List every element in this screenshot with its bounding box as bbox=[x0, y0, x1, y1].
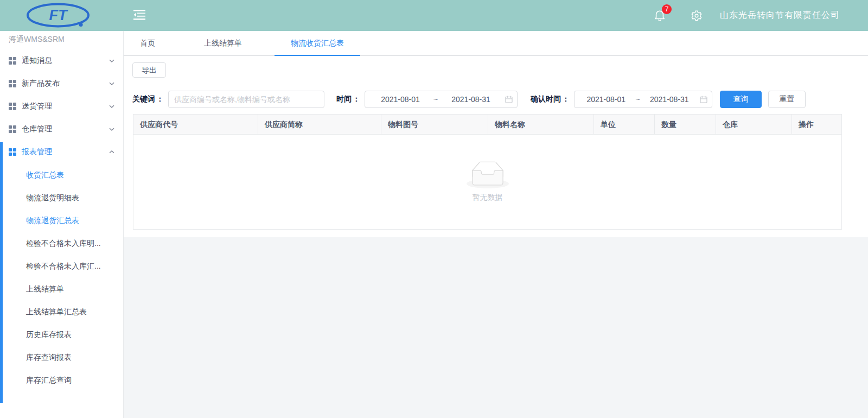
col-warehouse: 仓库 bbox=[716, 115, 792, 134]
main-content: 首页 上线结算单 物流收货汇总表 导出 关键词 ： 时间 ： 2021-08-0… bbox=[124, 31, 868, 418]
keyword-input[interactable] bbox=[168, 91, 324, 108]
tab-logistics-receipt-summary[interactable]: 物流收货汇总表 bbox=[275, 31, 360, 55]
table-header-row: 供应商代号 供应商简称 物料图号 物料名称 单位 数量 仓库 操作 bbox=[133, 114, 842, 135]
filter-bar: 关键词 ： 时间 ： 2021-08-01 ~ 2021-08-31 确认时间 … bbox=[132, 91, 806, 108]
logo-text: FT bbox=[49, 7, 68, 23]
time-start-value: 2021-08-01 bbox=[369, 95, 431, 104]
chevron-down-icon bbox=[109, 56, 114, 65]
sidebar-item-logistics-return-detail[interactable]: 物流退货明细表 bbox=[0, 186, 123, 209]
sidebar-item-online-settlement[interactable]: 上线结算单 bbox=[0, 277, 123, 300]
sidebar-group-label: 仓库管理 bbox=[22, 124, 52, 134]
col-supplier-short-name: 供应商简称 bbox=[258, 115, 381, 134]
top-header: FT 7 山东光岳转向节有限责任公司 bbox=[0, 0, 868, 31]
sidebar-group-label: 新产品发布 bbox=[22, 79, 60, 88]
results-table: 供应商代号 供应商简称 物料图号 物料名称 单位 数量 仓库 操作 暂无数据 bbox=[133, 114, 842, 230]
sidebar-nav: 海通WMS&SRM 通知消息 新产品发布 送货管理 仓库管理 bbox=[0, 31, 124, 418]
sidebar-item-online-settlement-summary[interactable]: 上线结算单汇总表 bbox=[0, 300, 123, 323]
appstore-grid-icon bbox=[9, 148, 16, 156]
sidebar-group-label: 报表管理 bbox=[22, 147, 52, 157]
sidebar-item-inspection-fail-summary[interactable]: 检验不合格未入库汇... bbox=[0, 255, 123, 277]
tab-home[interactable]: 首页 bbox=[124, 31, 171, 55]
confirm-start-value: 2021-08-01 bbox=[579, 95, 633, 104]
company-logo: FT bbox=[24, 3, 94, 30]
col-unit: 单位 bbox=[594, 115, 655, 134]
calendar-icon bbox=[502, 96, 513, 103]
sidebar-group-new-product[interactable]: 新产品发布 bbox=[0, 72, 123, 95]
col-material-drawing-no: 物料图号 bbox=[381, 115, 488, 134]
sidebar-group-label: 送货管理 bbox=[22, 102, 52, 111]
time-colon: ： bbox=[353, 94, 360, 104]
col-actions: 操作 bbox=[792, 115, 841, 134]
confirm-time-label: 确认时间 bbox=[531, 94, 561, 104]
page-tabs: 首页 上线结算单 物流收货汇总表 bbox=[124, 31, 868, 56]
appstore-grid-icon bbox=[9, 57, 16, 65]
sidebar-group-reports[interactable]: 报表管理 bbox=[0, 141, 123, 163]
settings-gear-icon[interactable] bbox=[691, 10, 703, 22]
sidebar-item-inventory-query[interactable]: 库存查询报表 bbox=[0, 346, 123, 369]
table-empty-body: 暂无数据 bbox=[133, 135, 842, 230]
time-range-picker[interactable]: 2021-08-01 ~ 2021-08-31 bbox=[365, 91, 518, 108]
sidebar-item-inspection-fail-detail[interactable]: 检验不合格未入库明... bbox=[0, 232, 123, 255]
query-button[interactable]: 查询 bbox=[720, 91, 762, 108]
range-separator: ~ bbox=[635, 95, 640, 104]
sidebar-item-logistics-return-summary[interactable]: 物流退货汇总表 bbox=[0, 209, 123, 232]
sidebar-item-inventory-summary-query[interactable]: 库存汇总查询 bbox=[0, 369, 123, 391]
appstore-grid-icon bbox=[9, 125, 16, 133]
notification-bell-icon[interactable]: 7 bbox=[654, 9, 667, 23]
sidebar-group-warehouse[interactable]: 仓库管理 bbox=[0, 118, 123, 141]
empty-state-text: 暂无数据 bbox=[473, 193, 503, 202]
time-end-value: 2021-08-31 bbox=[440, 95, 502, 104]
notification-badge: 7 bbox=[662, 4, 672, 14]
brand-title: 海通WMS&SRM bbox=[0, 31, 123, 49]
chevron-down-icon bbox=[109, 125, 114, 134]
active-section-indicator bbox=[0, 142, 3, 403]
tab-online-settlement[interactable]: 上线结算单 bbox=[188, 31, 258, 55]
keyword-colon: ： bbox=[156, 94, 164, 104]
confirm-time-colon: ： bbox=[562, 94, 570, 104]
range-separator: ~ bbox=[433, 95, 438, 104]
sidebar-group-label: 通知消息 bbox=[22, 56, 52, 66]
sidebar-item-history-inventory[interactable]: 历史库存报表 bbox=[0, 323, 123, 346]
reset-button[interactable]: 重置 bbox=[768, 91, 806, 108]
col-quantity: 数量 bbox=[655, 115, 716, 134]
time-label: 时间 bbox=[336, 94, 352, 104]
sidebar-group-delivery[interactable]: 送货管理 bbox=[0, 95, 123, 118]
col-material-name: 物料名称 bbox=[488, 115, 594, 134]
chevron-up-icon bbox=[109, 148, 114, 156]
confirm-end-value: 2021-08-31 bbox=[642, 95, 697, 104]
calendar-icon bbox=[697, 96, 707, 103]
appstore-grid-icon bbox=[9, 103, 16, 110]
page-background bbox=[124, 237, 868, 418]
confirm-time-range-picker[interactable]: 2021-08-01 ~ 2021-08-31 bbox=[574, 91, 712, 108]
appstore-grid-icon bbox=[9, 80, 16, 87]
export-button[interactable]: 导出 bbox=[132, 62, 166, 78]
company-name: 山东光岳转向节有限责任公司 bbox=[720, 10, 840, 21]
sidebar-item-receipt-summary[interactable]: 收货汇总表 bbox=[0, 163, 123, 186]
col-supplier-code: 供应商代号 bbox=[133, 115, 258, 134]
chevron-down-icon bbox=[109, 102, 114, 111]
keyword-label: 关键词 bbox=[132, 94, 155, 104]
reports-submenu: 收货汇总表 物流退货明细表 物流退货汇总表 检验不合格未入库明... 检验不合格… bbox=[0, 163, 123, 391]
sidebar-group-notifications[interactable]: 通知消息 bbox=[0, 49, 123, 72]
empty-box-icon bbox=[467, 161, 509, 188]
chevron-down-icon bbox=[109, 79, 114, 88]
menu-fold-icon[interactable] bbox=[133, 10, 146, 21]
